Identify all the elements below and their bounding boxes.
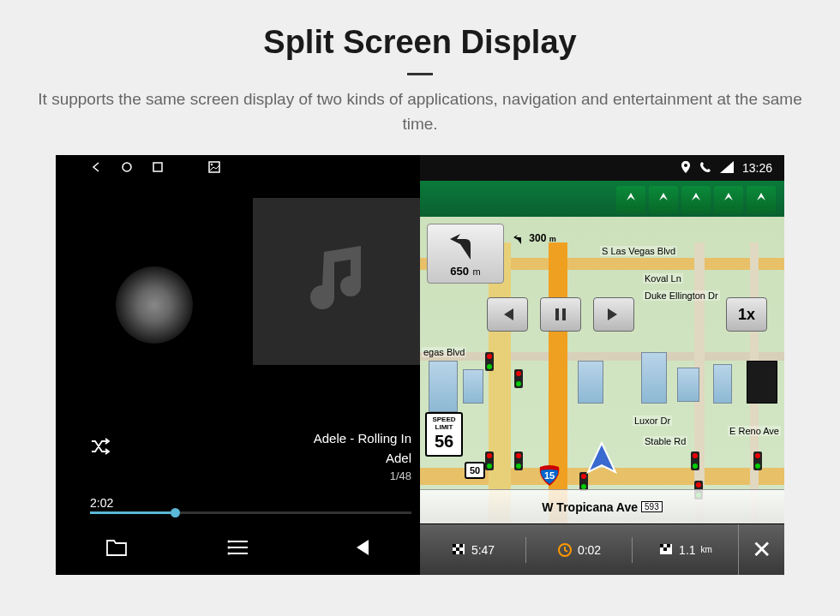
road-label: Luxor Dr (633, 416, 672, 426)
folder-icon[interactable] (105, 538, 128, 561)
close-button[interactable]: ✕ (738, 524, 784, 575)
page-subtitle: It supports the same screen display of t… (26, 87, 814, 136)
sim-prev-button[interactable] (487, 297, 528, 332)
current-road-bar: W Tropicana Ave 593 (420, 489, 784, 523)
clock-icon (557, 542, 573, 558)
road-label: egas Blvd (422, 347, 466, 357)
sim-speed-button[interactable]: 1x (726, 297, 767, 332)
speed-limit-value: 56 (427, 433, 461, 450)
title-divider (407, 73, 433, 75)
home-icon[interactable] (121, 161, 133, 176)
svg-point-4 (684, 164, 687, 167)
clock-time: 13:26 (742, 161, 772, 175)
svg-point-7 (228, 552, 231, 554)
svg-point-0 (123, 163, 131, 171)
svg-point-6 (228, 546, 231, 548)
seek-bar[interactable] (90, 511, 411, 514)
music-player-panel: Adele - Rolling In Adel 1/48 2:02 (56, 155, 420, 575)
music-bottom-bar (56, 523, 420, 575)
wifi-icon (720, 161, 734, 176)
current-road-name: W Tropicana Ave (542, 500, 638, 514)
lane-arrow-icon (649, 186, 678, 213)
device-frame: 13:26 Adele - Rolling In Adel 1/48 2:02 (56, 155, 784, 575)
trip-eta: 5:47 (420, 542, 525, 558)
route-shield: 50 (465, 462, 485, 479)
svg-rect-8 (555, 308, 559, 320)
turn-distance-value: 650 (450, 265, 469, 278)
recents-icon[interactable] (152, 161, 164, 176)
sim-playback-controls: 1x (487, 297, 767, 332)
previous-track-icon[interactable] (350, 538, 370, 561)
trip-info-bar: 5:47 0:02 1.1 km ✕ (420, 523, 784, 575)
turn-distance-unit: m (472, 266, 480, 277)
flag-icon (658, 542, 674, 558)
track-info: Adele - Rolling In Adel 1/48 (314, 429, 411, 485)
sim-pause-button[interactable] (540, 297, 581, 332)
svg-rect-15 (453, 551, 456, 554)
lane-arrow-icon (714, 186, 743, 213)
next-distance-unit: m (549, 235, 556, 243)
location-icon (681, 161, 691, 176)
trip-distance: 1.1 km (633, 542, 738, 558)
flag-icon (451, 542, 466, 558)
track-index: 1/48 (314, 468, 411, 485)
svg-rect-12 (453, 544, 456, 547)
picture-icon[interactable] (208, 161, 220, 176)
speed-limit-label: SPEED LIMIT (427, 416, 461, 431)
road-number-badge: 593 (641, 501, 663, 512)
phone-icon (699, 161, 711, 176)
elapsed-time: 2:02 (90, 496, 411, 510)
navigation-panel: S Las Vegas Blvd Koval Ln Duke Ellington… (420, 155, 784, 575)
lane-arrow-icon (616, 186, 645, 213)
trip-time: 0:02 (526, 542, 632, 558)
playlist-icon[interactable] (227, 539, 249, 560)
lane-arrow-icon (681, 186, 711, 213)
shuffle-icon[interactable] (90, 441, 111, 458)
svg-rect-19 (660, 544, 663, 547)
svg-rect-1 (153, 163, 162, 171)
status-bar: 13:26 (56, 155, 784, 181)
android-nav-buttons (56, 155, 420, 181)
road-label: S Las Vegas Blvd (600, 246, 677, 256)
speed-limit-sign: SPEED LIMIT 56 (425, 412, 463, 457)
track-artist: Adel (314, 449, 411, 469)
next-distance-value: 300 (529, 232, 546, 244)
lane-arrow-icon (747, 186, 776, 213)
svg-rect-20 (667, 544, 670, 547)
album-art-placeholder (253, 198, 420, 365)
next-turn-icon (513, 232, 526, 246)
music-note-icon (294, 239, 380, 325)
page-title: Split Screen Display (0, 24, 840, 61)
svg-rect-21 (663, 547, 667, 551)
svg-rect-13 (459, 544, 463, 547)
road-label: E Reno Ave (728, 426, 781, 436)
svg-rect-9 (562, 308, 566, 320)
road-label: Stable Rd (643, 436, 687, 446)
svg-point-5 (228, 540, 231, 542)
svg-rect-16 (459, 551, 463, 554)
svg-text:15: 15 (544, 470, 555, 481)
progress-area: 2:02 (90, 496, 411, 514)
road-label: Koval Ln (643, 273, 683, 284)
svg-point-3 (211, 163, 213, 164)
track-title: Adele - Rolling In (314, 429, 411, 449)
turn-instruction-panel: 650 m (427, 224, 504, 284)
back-icon[interactable] (90, 161, 102, 176)
interstate-shield-icon: 15 (538, 463, 561, 486)
sim-next-button[interactable] (593, 297, 634, 332)
turn-left-icon (448, 229, 483, 263)
svg-rect-14 (456, 547, 459, 551)
radial-control-button[interactable] (116, 266, 193, 344)
navigation-cursor-icon (583, 440, 621, 477)
